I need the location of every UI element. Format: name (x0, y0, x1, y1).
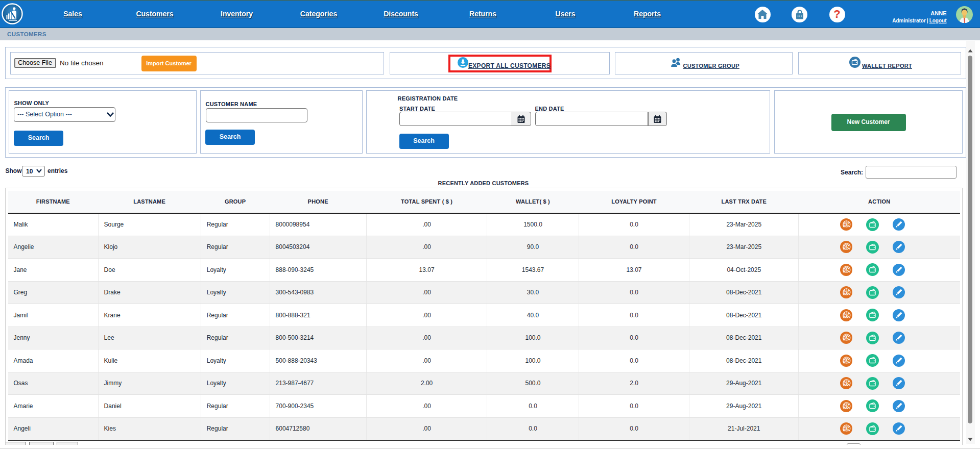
svg-text:$: $ (845, 358, 848, 363)
svg-text:$: $ (845, 222, 848, 227)
svg-text:$: $ (845, 335, 848, 340)
svg-text:$: $ (845, 267, 848, 272)
svg-text:$: $ (845, 290, 848, 295)
svg-text:$: $ (845, 404, 848, 409)
svg-text:$: $ (845, 426, 848, 431)
svg-text:$: $ (845, 244, 848, 249)
svg-text:$: $ (845, 313, 848, 318)
svg-text:$: $ (845, 381, 848, 386)
